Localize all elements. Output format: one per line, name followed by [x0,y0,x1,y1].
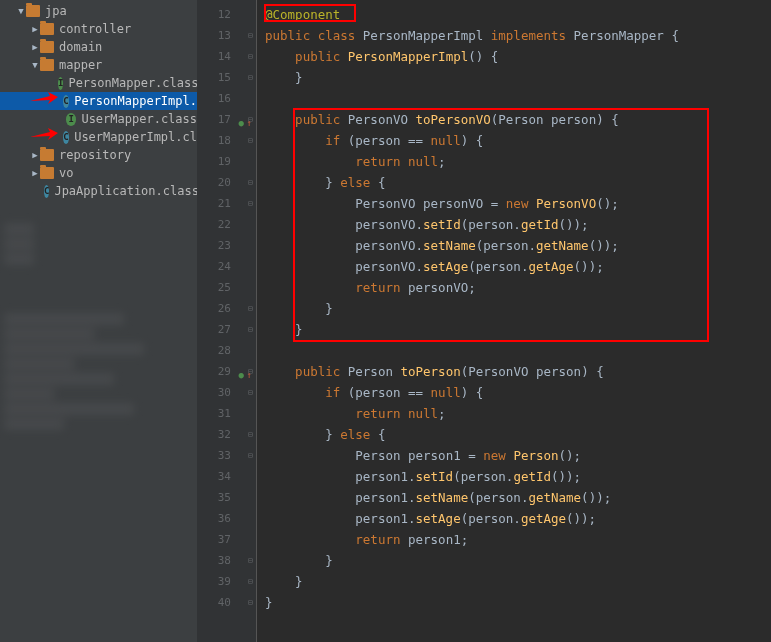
fold-toggle-icon [245,235,256,256]
code-line[interactable] [265,88,771,109]
code-line[interactable]: personVO.setId(person.getId()); [265,214,771,235]
code-line[interactable]: personVO.setName(person.getName()); [265,235,771,256]
line-number[interactable]: 22 [197,214,245,235]
tree-expand-icon[interactable]: ▶ [30,42,40,52]
line-number[interactable]: 14 [197,46,245,67]
line-number[interactable]: 24 [197,256,245,277]
fold-toggle-icon[interactable]: ⊟ [245,445,256,466]
tree-expand-icon[interactable]: ▼ [30,60,40,70]
line-number[interactable]: 31 [197,403,245,424]
folder-icon [40,167,54,179]
line-number[interactable]: 25 [197,277,245,298]
tree-item-usermapper-class[interactable]: IUserMapper.class [0,110,197,128]
code-line[interactable] [265,340,771,361]
tree-item-personmapperimpl-[interactable]: CPersonMapperImpl. [0,92,197,110]
code-line[interactable]: personVO.setAge(person.getAge()); [265,256,771,277]
folder-icon [40,41,54,53]
project-tree-sidebar[interactable]: ▼jpa▶controller▶domain▼mapperIPersonMapp… [0,0,197,642]
code-line[interactable]: person1.setAge(person.getAge()); [265,508,771,529]
line-number[interactable]: 15 [197,67,245,88]
code-line[interactable]: public class PersonMapperImpl implements… [265,25,771,46]
code-line[interactable]: if (person == null) { [265,130,771,151]
code-area[interactable]: @Componentpublic class PersonMapperImpl … [257,0,771,642]
code-line[interactable]: person1.setId(person.getId()); [265,466,771,487]
fold-toggle-icon[interactable]: ⊟ [245,319,256,340]
tree-item-jpa[interactable]: ▼jpa [0,2,197,20]
fold-toggle-icon[interactable]: ⊟ [245,298,256,319]
line-number[interactable]: 35 [197,487,245,508]
tree-item-personmapper-class[interactable]: IPersonMapper.class [0,74,197,92]
code-line[interactable]: return person1; [265,529,771,550]
fold-toggle-icon[interactable]: ⊟ [245,67,256,88]
line-number[interactable]: 16 [197,88,245,109]
line-number[interactable]: 34 [197,466,245,487]
fold-toggle-icon[interactable]: ⊟ [245,571,256,592]
code-line[interactable]: } [265,571,771,592]
line-number[interactable]: 18 [197,130,245,151]
code-line[interactable]: return null; [265,151,771,172]
line-number[interactable]: 30 [197,382,245,403]
code-line[interactable]: public PersonMapperImpl() { [265,46,771,67]
code-line[interactable]: return personVO; [265,277,771,298]
code-line[interactable]: PersonVO personVO = new PersonVO(); [265,193,771,214]
line-number[interactable]: 37 [197,529,245,550]
line-number[interactable]: 19 [197,151,245,172]
fold-toggle-icon[interactable]: ⊟ [245,46,256,67]
code-line[interactable]: } [265,67,771,88]
fold-gutter[interactable]: ⊟⊟⊟⊟⊟⊟⊟⊟⊟⊟⊟⊟⊟⊟⊟⊟ [245,0,257,642]
code-line[interactable]: @Component [265,4,771,25]
line-number[interactable]: 28 [197,340,245,361]
code-line[interactable]: Person person1 = new Person(); [265,445,771,466]
fold-toggle-icon[interactable]: ⊟ [245,172,256,193]
tree-item-mapper[interactable]: ▼mapper [0,56,197,74]
tree-item-vo[interactable]: ▶vo [0,164,197,182]
override-marker-icon[interactable]: ↑ [247,113,252,134]
line-number[interactable]: 33 [197,445,245,466]
tree-item-controller[interactable]: ▶controller [0,20,197,38]
tree-item-repository[interactable]: ▶repository [0,146,197,164]
line-number[interactable]: 17●↑ [197,109,245,130]
fold-toggle-icon [245,151,256,172]
tree-expand-icon[interactable]: ▶ [30,24,40,34]
tree-item-label: JpaApplication.class [54,184,197,198]
line-number-gutter[interactable]: 121314151617●↑181920212223242526272829●↑… [197,0,245,642]
code-line[interactable]: } [265,550,771,571]
code-line[interactable]: person1.setName(person.getName()); [265,487,771,508]
code-line[interactable]: } else { [265,172,771,193]
fold-toggle-icon[interactable]: ⊟ [245,25,256,46]
line-number[interactable]: 40 [197,592,245,613]
tree-expand-icon[interactable]: ▶ [30,168,40,178]
fold-toggle-icon[interactable]: ⊟ [245,592,256,613]
tree-expand-icon[interactable]: ▶ [30,150,40,160]
folder-icon [40,149,54,161]
fold-toggle-icon[interactable]: ⊟ [245,193,256,214]
code-line[interactable]: public PersonVO toPersonVO(Person person… [265,109,771,130]
line-number[interactable]: 27 [197,319,245,340]
line-number[interactable]: 12 [197,4,245,25]
code-line[interactable]: } [265,298,771,319]
line-number[interactable]: 13 [197,25,245,46]
line-number[interactable]: 23 [197,235,245,256]
tree-item-domain[interactable]: ▶domain [0,38,197,56]
tree-item-usermapperimpl-cl[interactable]: CUserMapperImpl.cl [0,128,197,146]
code-line[interactable]: if (person == null) { [265,382,771,403]
fold-toggle-icon[interactable]: ⊟ [245,424,256,445]
tree-expand-icon[interactable]: ▼ [16,6,26,16]
code-line[interactable]: return null; [265,403,771,424]
line-number[interactable]: 20 [197,172,245,193]
line-number[interactable]: 32 [197,424,245,445]
line-number[interactable]: 39 [197,571,245,592]
line-number[interactable]: 26 [197,298,245,319]
line-number[interactable]: 36 [197,508,245,529]
tree-item-jpaapplication-class[interactable]: CJpaApplication.class 2 [0,182,197,200]
line-number[interactable]: 21 [197,193,245,214]
override-marker-icon[interactable]: ↑ [247,365,252,386]
code-line[interactable]: public Person toPerson(PersonVO person) … [265,361,771,382]
code-line[interactable]: } else { [265,424,771,445]
code-line[interactable]: } [265,319,771,340]
line-number[interactable]: 38 [197,550,245,571]
line-number[interactable]: 29●↑ [197,361,245,382]
fold-toggle-icon[interactable]: ⊟ [245,550,256,571]
code-line[interactable]: } [265,592,771,613]
code-editor[interactable]: 121314151617●↑181920212223242526272829●↑… [197,0,771,642]
